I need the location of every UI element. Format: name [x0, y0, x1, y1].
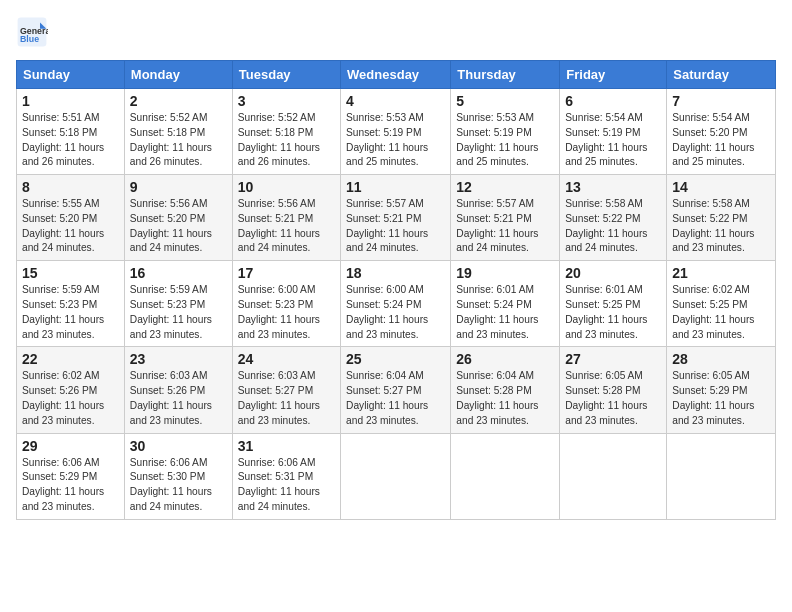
day-info: Sunrise: 5:56 AMSunset: 5:21 PMDaylight:…	[238, 197, 335, 256]
day-info: Sunrise: 6:02 AMSunset: 5:25 PMDaylight:…	[672, 283, 770, 342]
day-info: Sunrise: 6:01 AMSunset: 5:25 PMDaylight:…	[565, 283, 661, 342]
day-number: 18	[346, 265, 445, 281]
week-row-1: 1Sunrise: 5:51 AMSunset: 5:18 PMDaylight…	[17, 89, 776, 175]
day-cell: 22Sunrise: 6:02 AMSunset: 5:26 PMDayligh…	[17, 347, 125, 433]
logo-icon: General Blue	[16, 16, 48, 48]
day-cell: 28Sunrise: 6:05 AMSunset: 5:29 PMDayligh…	[667, 347, 776, 433]
day-info: Sunrise: 6:02 AMSunset: 5:26 PMDaylight:…	[22, 369, 119, 428]
day-info: Sunrise: 6:06 AMSunset: 5:30 PMDaylight:…	[130, 456, 227, 515]
day-number: 25	[346, 351, 445, 367]
day-cell: 26Sunrise: 6:04 AMSunset: 5:28 PMDayligh…	[451, 347, 560, 433]
day-info: Sunrise: 5:51 AMSunset: 5:18 PMDaylight:…	[22, 111, 119, 170]
day-cell: 12Sunrise: 5:57 AMSunset: 5:21 PMDayligh…	[451, 175, 560, 261]
day-number: 6	[565, 93, 661, 109]
day-cell: 1Sunrise: 5:51 AMSunset: 5:18 PMDaylight…	[17, 89, 125, 175]
day-cell: 21Sunrise: 6:02 AMSunset: 5:25 PMDayligh…	[667, 261, 776, 347]
col-header-monday: Monday	[124, 61, 232, 89]
day-cell: 19Sunrise: 6:01 AMSunset: 5:24 PMDayligh…	[451, 261, 560, 347]
day-info: Sunrise: 5:54 AMSunset: 5:20 PMDaylight:…	[672, 111, 770, 170]
day-number: 13	[565, 179, 661, 195]
day-info: Sunrise: 6:04 AMSunset: 5:28 PMDaylight:…	[456, 369, 554, 428]
day-cell	[667, 433, 776, 519]
day-number: 7	[672, 93, 770, 109]
day-cell: 9Sunrise: 5:56 AMSunset: 5:20 PMDaylight…	[124, 175, 232, 261]
day-number: 1	[22, 93, 119, 109]
day-cell: 27Sunrise: 6:05 AMSunset: 5:28 PMDayligh…	[560, 347, 667, 433]
day-number: 20	[565, 265, 661, 281]
day-info: Sunrise: 5:58 AMSunset: 5:22 PMDaylight:…	[565, 197, 661, 256]
day-cell	[341, 433, 451, 519]
day-info: Sunrise: 5:52 AMSunset: 5:18 PMDaylight:…	[130, 111, 227, 170]
day-cell: 25Sunrise: 6:04 AMSunset: 5:27 PMDayligh…	[341, 347, 451, 433]
day-info: Sunrise: 6:00 AMSunset: 5:23 PMDaylight:…	[238, 283, 335, 342]
day-cell: 8Sunrise: 5:55 AMSunset: 5:20 PMDaylight…	[17, 175, 125, 261]
day-info: Sunrise: 5:53 AMSunset: 5:19 PMDaylight:…	[456, 111, 554, 170]
week-row-4: 22Sunrise: 6:02 AMSunset: 5:26 PMDayligh…	[17, 347, 776, 433]
day-number: 5	[456, 93, 554, 109]
day-cell: 13Sunrise: 5:58 AMSunset: 5:22 PMDayligh…	[560, 175, 667, 261]
day-info: Sunrise: 6:01 AMSunset: 5:24 PMDaylight:…	[456, 283, 554, 342]
day-cell: 15Sunrise: 5:59 AMSunset: 5:23 PMDayligh…	[17, 261, 125, 347]
day-number: 17	[238, 265, 335, 281]
week-row-2: 8Sunrise: 5:55 AMSunset: 5:20 PMDaylight…	[17, 175, 776, 261]
day-cell	[560, 433, 667, 519]
col-header-saturday: Saturday	[667, 61, 776, 89]
day-number: 30	[130, 438, 227, 454]
day-number: 28	[672, 351, 770, 367]
day-cell: 6Sunrise: 5:54 AMSunset: 5:19 PMDaylight…	[560, 89, 667, 175]
day-number: 4	[346, 93, 445, 109]
day-cell: 3Sunrise: 5:52 AMSunset: 5:18 PMDaylight…	[232, 89, 340, 175]
day-info: Sunrise: 6:00 AMSunset: 5:24 PMDaylight:…	[346, 283, 445, 342]
day-number: 8	[22, 179, 119, 195]
col-header-wednesday: Wednesday	[341, 61, 451, 89]
col-header-tuesday: Tuesday	[232, 61, 340, 89]
day-info: Sunrise: 6:03 AMSunset: 5:26 PMDaylight:…	[130, 369, 227, 428]
day-cell: 2Sunrise: 5:52 AMSunset: 5:18 PMDaylight…	[124, 89, 232, 175]
day-number: 16	[130, 265, 227, 281]
svg-text:Blue: Blue	[20, 34, 39, 44]
day-cell: 16Sunrise: 5:59 AMSunset: 5:23 PMDayligh…	[124, 261, 232, 347]
day-info: Sunrise: 5:57 AMSunset: 5:21 PMDaylight:…	[456, 197, 554, 256]
day-number: 26	[456, 351, 554, 367]
day-info: Sunrise: 6:04 AMSunset: 5:27 PMDaylight:…	[346, 369, 445, 428]
day-number: 27	[565, 351, 661, 367]
day-number: 12	[456, 179, 554, 195]
day-number: 11	[346, 179, 445, 195]
day-number: 31	[238, 438, 335, 454]
day-cell: 14Sunrise: 5:58 AMSunset: 5:22 PMDayligh…	[667, 175, 776, 261]
day-info: Sunrise: 5:56 AMSunset: 5:20 PMDaylight:…	[130, 197, 227, 256]
day-info: Sunrise: 5:59 AMSunset: 5:23 PMDaylight:…	[130, 283, 227, 342]
day-info: Sunrise: 5:52 AMSunset: 5:18 PMDaylight:…	[238, 111, 335, 170]
day-info: Sunrise: 5:58 AMSunset: 5:22 PMDaylight:…	[672, 197, 770, 256]
day-number: 22	[22, 351, 119, 367]
day-info: Sunrise: 6:05 AMSunset: 5:29 PMDaylight:…	[672, 369, 770, 428]
day-cell: 5Sunrise: 5:53 AMSunset: 5:19 PMDaylight…	[451, 89, 560, 175]
logo: General Blue	[16, 16, 52, 48]
day-number: 21	[672, 265, 770, 281]
day-info: Sunrise: 6:03 AMSunset: 5:27 PMDaylight:…	[238, 369, 335, 428]
day-cell: 18Sunrise: 6:00 AMSunset: 5:24 PMDayligh…	[341, 261, 451, 347]
day-cell: 30Sunrise: 6:06 AMSunset: 5:30 PMDayligh…	[124, 433, 232, 519]
day-number: 19	[456, 265, 554, 281]
day-cell: 31Sunrise: 6:06 AMSunset: 5:31 PMDayligh…	[232, 433, 340, 519]
calendar-table: SundayMondayTuesdayWednesdayThursdayFrid…	[16, 60, 776, 520]
day-info: Sunrise: 6:05 AMSunset: 5:28 PMDaylight:…	[565, 369, 661, 428]
col-header-sunday: Sunday	[17, 61, 125, 89]
day-number: 14	[672, 179, 770, 195]
header-row: SundayMondayTuesdayWednesdayThursdayFrid…	[17, 61, 776, 89]
day-number: 23	[130, 351, 227, 367]
day-cell: 10Sunrise: 5:56 AMSunset: 5:21 PMDayligh…	[232, 175, 340, 261]
day-cell: 20Sunrise: 6:01 AMSunset: 5:25 PMDayligh…	[560, 261, 667, 347]
day-cell	[451, 433, 560, 519]
week-row-5: 29Sunrise: 6:06 AMSunset: 5:29 PMDayligh…	[17, 433, 776, 519]
header: General Blue	[16, 16, 776, 48]
day-cell: 7Sunrise: 5:54 AMSunset: 5:20 PMDaylight…	[667, 89, 776, 175]
day-info: Sunrise: 5:55 AMSunset: 5:20 PMDaylight:…	[22, 197, 119, 256]
day-number: 2	[130, 93, 227, 109]
day-number: 9	[130, 179, 227, 195]
day-cell: 29Sunrise: 6:06 AMSunset: 5:29 PMDayligh…	[17, 433, 125, 519]
day-cell: 17Sunrise: 6:00 AMSunset: 5:23 PMDayligh…	[232, 261, 340, 347]
day-info: Sunrise: 5:57 AMSunset: 5:21 PMDaylight:…	[346, 197, 445, 256]
day-cell: 24Sunrise: 6:03 AMSunset: 5:27 PMDayligh…	[232, 347, 340, 433]
day-info: Sunrise: 5:54 AMSunset: 5:19 PMDaylight:…	[565, 111, 661, 170]
